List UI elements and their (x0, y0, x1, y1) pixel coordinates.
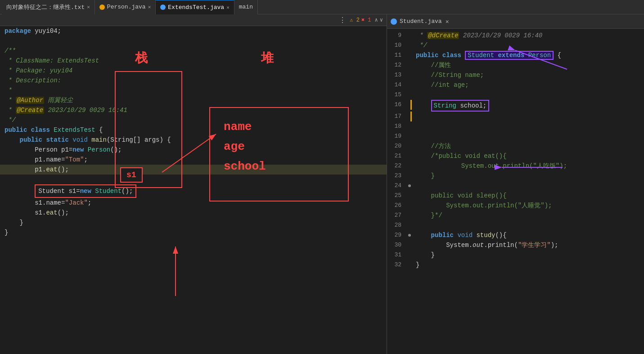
tab-main-label: main (239, 4, 253, 10)
right-content-26: System.out.println("人睡觉"); (414, 201, 644, 211)
right-line-18: 18 (387, 121, 644, 131)
right-content-30: System.out.println("学生学习"); (414, 240, 644, 250)
right-content-17 (414, 112, 644, 121)
line-content-1: package yuyi04; (0, 26, 387, 36)
code-line-4: * ClassName: ExtendsTest (0, 56, 387, 66)
right-line-20: 20 //方法 (387, 141, 644, 151)
right-content-31: } (414, 250, 644, 260)
tab-txt-label: 向对象特征之二：继承性.txt (6, 3, 85, 11)
right-code-inner: 9 * @dCreate 2023/10/29 0029 16:40 10 */… (387, 29, 644, 354)
line-content-7: * (0, 85, 387, 95)
tab-person-close[interactable]: ✕ (148, 4, 151, 10)
tab-person-icon (99, 4, 105, 10)
line-num-31: 31 (387, 250, 405, 260)
right-line-19: 19 (387, 131, 644, 141)
right-content-10: */ (414, 40, 644, 50)
toolbar-warning: ⚠ 2 (350, 17, 360, 23)
code-area[interactable]: package yuyi04; /** * ClassName: Extends… (0, 26, 387, 354)
line-num-18: 18 (387, 121, 405, 131)
toolbar-dots[interactable]: ⋮ (339, 16, 346, 25)
right-content-18 (414, 121, 644, 131)
right-line-13: 13 //String name; (387, 70, 644, 80)
right-line-28: 28 (387, 220, 644, 230)
gutter-circle-24 (408, 184, 411, 187)
code-line-19: s1.eat(); (0, 208, 387, 218)
line-content-18: s1.name="Jack"; (0, 198, 387, 208)
right-content-16: String school; (414, 100, 644, 112)
tab-main[interactable]: main (234, 0, 258, 14)
right-line-10: 10 */ (387, 40, 644, 50)
line-num-17: 17 (387, 112, 405, 121)
code-line-5: * Package: yuyi04 (0, 66, 387, 76)
line-content-13: Person p1=new Person(); (0, 145, 387, 155)
right-content-28 (414, 220, 644, 230)
code-line-2 (0, 36, 387, 46)
right-content-25: public void sleep(){ (414, 191, 644, 201)
code-line-11: public class ExtendsTest { (0, 125, 387, 135)
tab-extends-label: ExtendsTest.java (168, 4, 224, 11)
right-line-17: 17 (387, 112, 644, 121)
line-num-27: 27 (387, 211, 405, 220)
right-content-12: //属性 (414, 60, 644, 70)
toolbar-nav-up[interactable]: ∧ (375, 17, 378, 23)
main-content: ⋮ ⚠ 2 ✖ 1 ∧ ∨ package yuyi04; /** * C (0, 14, 644, 354)
code-line-21: } (0, 228, 387, 237)
line-num-25: 25 (387, 191, 405, 201)
code-line-15: p1.eat(); (0, 165, 387, 175)
right-line-26: 26 System.out.println("人睡觉"); (387, 201, 644, 211)
line-num-20: 20 (387, 141, 405, 151)
right-line-16: 16 String school; (387, 100, 644, 112)
right-content-9: * @dCreate 2023/10/29 0029 16:40 (414, 31, 644, 40)
line-content-20: } (0, 218, 387, 228)
line-content-5: * Package: yuyi04 (0, 66, 387, 76)
code-line-14: p1.name="Tom"; (0, 155, 387, 165)
right-line-15: 15 (387, 90, 644, 100)
right-code-area[interactable]: 9 * @dCreate 2023/10/29 0029 16:40 10 */… (387, 29, 644, 354)
right-tab-label: Student.java (400, 18, 442, 25)
line-num-13: 13 (387, 70, 405, 80)
line-num-10: 10 (387, 40, 405, 50)
right-content-19 (414, 131, 644, 141)
right-line-21: 21 /*public void eat(){ (387, 151, 644, 161)
line-content-21: } (0, 228, 387, 237)
line-content-12: public static void main(String[] args) { (0, 135, 387, 145)
right-line-30: 30 System.out.println("学生学习"); (387, 240, 644, 250)
gutter-indicator-17 (410, 112, 412, 121)
code-line-10: */ (0, 115, 387, 125)
line-num-12: 12 (387, 60, 405, 70)
code-line-3: /** (0, 46, 387, 56)
code-line-12: public static void main(String[] args) { (0, 135, 387, 145)
gutter-16 (405, 100, 414, 110)
line-num-29: 29 (387, 230, 405, 240)
tab-txt-close[interactable]: ✕ (87, 4, 90, 10)
gutter-24 (405, 181, 414, 187)
right-content-13: //String name; (414, 70, 644, 80)
line-num-21: 21 (387, 151, 405, 161)
right-content-22: System.out.println("人吃饭"); (414, 161, 644, 171)
tab-extends-close[interactable]: ✕ (226, 4, 230, 10)
line-content-2 (0, 36, 387, 46)
tab-person[interactable]: Person.java ✕ (95, 0, 156, 14)
right-line-9: 9 * @dCreate 2023/10/29 0029 16:40 (387, 31, 644, 40)
right-toolbar: Student.java ✕ (387, 14, 644, 29)
tab-txt[interactable]: 向对象特征之二：继承性.txt ✕ (2, 0, 95, 14)
right-line-11: 11 public class Student extends Person { (387, 50, 644, 60)
right-line-23: 23 } (387, 171, 644, 181)
tab-bar: 向对象特征之二：继承性.txt ✕ Person.java ✕ ExtendsT… (0, 0, 644, 14)
right-tab-close[interactable]: ✕ (446, 18, 449, 25)
line-num-23: 23 (387, 171, 405, 181)
line-num-30: 30 (387, 240, 405, 250)
line-num-19: 19 (387, 131, 405, 141)
right-tab-icon (391, 18, 397, 25)
line-content-10: */ (0, 115, 387, 125)
toolbar-nav-down[interactable]: ∨ (380, 17, 383, 23)
line-num-28: 28 (387, 220, 405, 230)
tab-extends[interactable]: ExtendsTest.java ✕ (156, 0, 234, 14)
right-line-25: 25 public void sleep(){ (387, 191, 644, 201)
left-panel: ⋮ ⚠ 2 ✖ 1 ∧ ∨ package yuyi04; /** * C (0, 14, 387, 354)
line-content-6: * Description: (0, 76, 387, 85)
right-line-27: 27 }*/ (387, 211, 644, 220)
right-line-31: 31 } (387, 250, 644, 260)
line-num-15: 15 (387, 90, 405, 100)
code-line-6: * Description: (0, 76, 387, 85)
